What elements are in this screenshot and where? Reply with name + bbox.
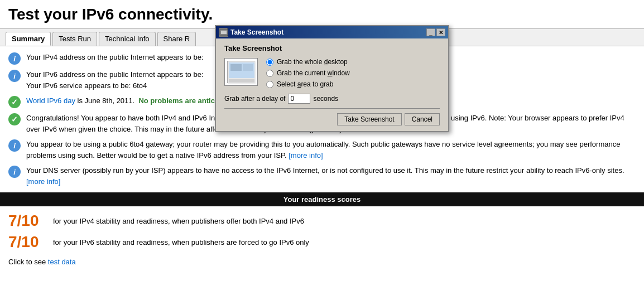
delay-input[interactable] bbox=[288, 94, 310, 104]
dialog-separator bbox=[224, 108, 440, 109]
cancel-button[interactable]: Cancel bbox=[405, 113, 440, 125]
svg-rect-1 bbox=[221, 31, 227, 34]
take-screenshot-button[interactable]: Take Screenshot bbox=[337, 113, 401, 125]
dialog-titlebar: Take Screenshot _ ✕ bbox=[216, 26, 448, 38]
screenshot-preview bbox=[224, 58, 258, 86]
dialog-content-area: Grab the whole desktop Grab the current … bbox=[224, 58, 440, 88]
radio-current-window[interactable]: Grab the current window bbox=[266, 69, 350, 77]
dialog-close-button[interactable]: ✕ bbox=[436, 28, 445, 36]
radio-select-area-input[interactable] bbox=[266, 81, 273, 88]
svg-rect-2 bbox=[219, 36, 228, 37]
dialog-controls: _ ✕ bbox=[426, 28, 445, 36]
radio-current-window-input[interactable] bbox=[266, 70, 273, 77]
radio-options: Grab the whole desktop Grab the current … bbox=[266, 58, 350, 88]
radio-select-area[interactable]: Select area to grab bbox=[266, 80, 350, 88]
delay-label: Grab after a delay of bbox=[224, 95, 285, 103]
radio-whole-desktop[interactable]: Grab the whole desktop bbox=[266, 58, 350, 66]
dialog-section-title: Take Screenshot bbox=[224, 44, 440, 52]
screenshot-preview-inner bbox=[227, 61, 255, 83]
dialog-body: Take Screenshot bbox=[216, 38, 448, 131]
radio-whole-desktop-label: Grab the whole desktop bbox=[277, 58, 348, 66]
radio-current-window-label: Grab the current window bbox=[277, 69, 350, 77]
delay-row: Grab after a delay of seconds bbox=[224, 94, 440, 104]
delay-suffix: seconds bbox=[313, 95, 338, 103]
dialog-overlay: Take Screenshot _ ✕ Take Screenshot bbox=[0, 0, 644, 272]
radio-whole-desktop-input[interactable] bbox=[266, 59, 273, 66]
screenshot-title-icon bbox=[219, 28, 228, 37]
dialog-titlebar-left: Take Screenshot bbox=[219, 28, 283, 37]
svg-rect-6 bbox=[230, 64, 242, 71]
screenshot-dialog: Take Screenshot _ ✕ Take Screenshot bbox=[215, 25, 449, 132]
dialog-buttons: Take Screenshot Cancel bbox=[224, 113, 440, 125]
radio-select-area-label: Select area to grab bbox=[277, 80, 333, 88]
svg-rect-5 bbox=[229, 79, 254, 83]
dialog-minimize-button[interactable]: _ bbox=[426, 28, 435, 36]
svg-rect-7 bbox=[243, 64, 253, 71]
dialog-title-text: Take Screenshot bbox=[230, 28, 283, 36]
